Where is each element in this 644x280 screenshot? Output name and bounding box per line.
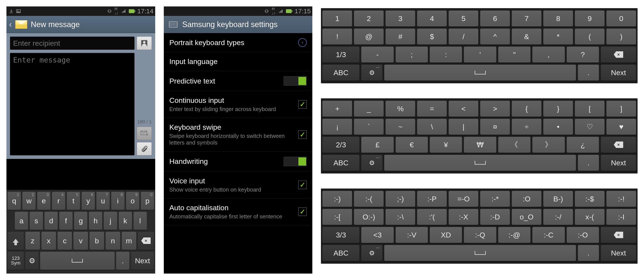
symbol-key[interactable]: 123 Sym [7,252,24,270]
backspace-key[interactable]: × [601,136,636,153]
next-key[interactable]: Next [601,154,636,171]
key[interactable]: 1 [322,10,352,27]
key[interactable]: <3 [361,227,394,243]
key[interactable]: :-/ [543,209,573,225]
key[interactable]: :-$ [575,191,605,207]
key[interactable]: ~ [385,118,416,135]
key[interactable]: ;-) [385,191,416,207]
key[interactable]: £ [361,136,394,153]
toggle-switch[interactable] [284,157,307,166]
checkbox[interactable]: ✓ [298,208,307,216]
key-h[interactable]: h [89,212,102,230]
key[interactable]: ¤ [480,118,510,135]
key-l[interactable]: l [133,212,147,230]
toggle-switch[interactable] [284,76,307,86]
settings-key[interactable]: ⚙••• [361,245,382,261]
key[interactable]: :-) [322,191,352,207]
key[interactable]: ♥ [606,118,636,135]
key[interactable]: :-* [480,191,510,207]
key[interactable]: :-P [417,191,447,207]
abc-key[interactable]: ABC [322,154,360,171]
attach-button[interactable] [137,142,152,156]
key[interactable]: " [498,46,531,63]
key[interactable]: :O [512,191,542,207]
next-key[interactable]: Next [601,245,636,261]
add-contact-button[interactable] [137,36,152,50]
page-key[interactable]: 2/3 [322,136,360,153]
key[interactable]: ; [396,46,428,63]
checkbox[interactable]: ✓ [298,180,307,189]
key[interactable]: :-I [606,209,636,225]
key-o[interactable]: 9o [126,192,140,210]
abc-key[interactable]: ABC [322,64,360,81]
key-e[interactable]: 3e [37,192,51,210]
key[interactable]: ¡ [322,118,352,135]
message-input[interactable] [10,53,134,156]
settings-key[interactable]: ⚙ [25,252,39,270]
key[interactable]: } [543,100,573,117]
key[interactable]: @ [354,28,384,45]
key[interactable]: O:-) [354,209,384,225]
space-key[interactable] [40,252,115,270]
key[interactable]: # [385,28,416,45]
key[interactable]: { [512,100,542,117]
page-key[interactable]: 1/3 [322,46,360,63]
checkbox[interactable]: ✓ [298,130,307,139]
next-key[interactable]: Next [601,64,636,81]
space-key[interactable] [384,245,576,261]
setting-item[interactable]: Auto capitalisationAutomatically capital… [164,198,312,225]
key[interactable]: ^ [480,28,510,45]
page-key[interactable]: 3/3 [322,227,360,243]
key-b[interactable]: b [89,232,104,250]
key[interactable]: 9 [575,10,605,27]
period-key[interactable]: . [578,154,599,171]
key[interactable]: > [480,100,510,117]
key[interactable]: :-( [354,191,384,207]
period-key[interactable]: . [116,252,130,270]
key-r[interactable]: 4r [52,192,66,210]
space-key[interactable] [384,64,576,81]
key[interactable]: :-! [606,191,636,207]
key-f[interactable]: f [59,212,73,230]
key[interactable]: 《 [498,136,531,153]
key[interactable]: $ [417,28,447,45]
key-w[interactable]: 2w [22,192,36,210]
key-x[interactable]: x [41,232,56,250]
key-z[interactable]: z [25,232,40,250]
key[interactable]: :-[ [322,209,352,225]
period-key[interactable]: . [578,245,599,261]
key-a[interactable]: a [14,212,28,230]
key[interactable]: ) [606,28,636,45]
key[interactable]: B-) [543,191,573,207]
key[interactable]: ¥ [430,136,462,153]
key-s[interactable]: s [30,212,43,230]
key-g[interactable]: g [74,212,88,230]
key[interactable]: • [543,118,573,135]
key[interactable]: 》 [532,136,565,153]
setting-item[interactable]: Continuous inputEnter text by sliding fi… [164,91,312,118]
key[interactable]: _ [354,100,384,117]
key[interactable]: o_O [512,209,542,225]
key[interactable]: :-X [448,209,478,225]
key[interactable]: % [385,100,416,117]
key[interactable]: 6 [480,10,510,27]
key[interactable]: € [396,136,428,153]
settings-key[interactable]: ⚙••• [361,64,382,81]
key[interactable]: 3 [385,10,416,27]
key[interactable]: :-C [532,227,565,243]
key[interactable]: :'( [417,209,447,225]
key[interactable]: ] [606,100,636,117]
setting-item[interactable]: Portrait keyboard types› [164,33,312,52]
key[interactable]: 2 [354,10,384,27]
key[interactable]: [ [575,100,605,117]
setting-item[interactable]: Input language [164,52,312,71]
key[interactable]: ? [566,46,599,63]
key-n[interactable]: n [106,232,120,250]
key[interactable]: - [361,46,394,63]
key-t[interactable]: 5t [66,192,80,210]
key[interactable]: = [417,100,447,117]
key-p[interactable]: 0p [140,192,154,210]
key[interactable]: ' [464,46,496,63]
space-key[interactable] [384,154,576,171]
setting-item[interactable]: Keyboard swipeSwipe keyboard horizontall… [164,118,312,152]
